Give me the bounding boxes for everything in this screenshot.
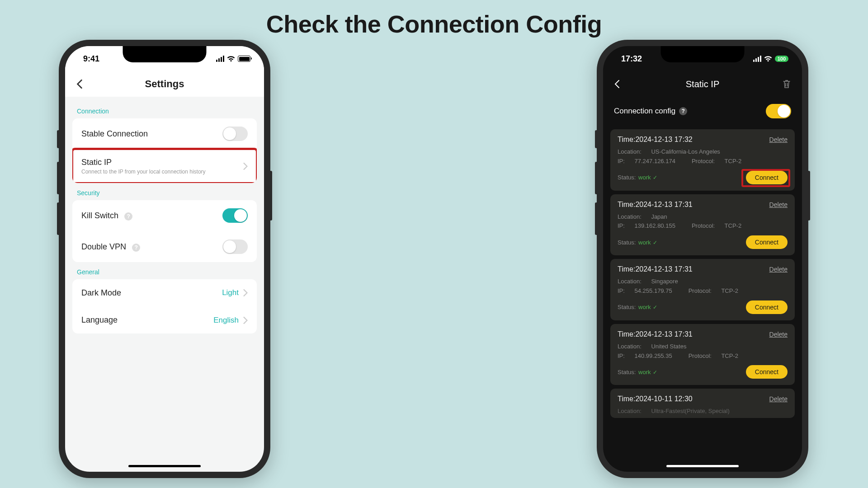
delete-button[interactable]: Delete	[769, 266, 788, 273]
chevron-left-icon	[614, 80, 620, 89]
entry-meta: Location: Ultra-Fastest(Private, Special…	[618, 407, 788, 416]
chevron-right-icon	[243, 163, 248, 170]
chevron-right-icon	[243, 317, 248, 324]
signal-icon	[753, 56, 761, 62]
entry-time: Time:2024-12-13 17:31	[618, 330, 693, 338]
dark-mode-row[interactable]: Dark Mode Light	[72, 279, 257, 306]
phone-left: 9:41 Settings Connection Stable Connecti…	[59, 40, 270, 478]
help-icon[interactable]: ?	[124, 212, 132, 221]
entries-list: Time:2024-12-13 17:32 Delete Location: U…	[603, 126, 802, 464]
chevron-right-icon	[243, 289, 248, 296]
entry-card: Time:2024-12-13 17:32 Delete Location: U…	[610, 129, 795, 191]
side-button	[595, 202, 598, 235]
entry-card: Time:2024-12-13 17:31 Delete Location: J…	[610, 194, 795, 256]
connect-button[interactable]: Connect	[746, 235, 788, 249]
check-icon: ✓	[653, 239, 657, 246]
connection-card: Stable Connection Static IP Connect to t…	[72, 118, 257, 183]
home-indicator	[128, 465, 201, 467]
entry-time: Time:2024-10-11 12:30	[618, 395, 693, 403]
check-icon: ✓	[653, 174, 657, 181]
entry-card: Time:2024-12-13 17:31 Delete Location: S…	[610, 259, 795, 320]
chevron-left-icon	[76, 79, 83, 89]
delete-button[interactable]: Delete	[769, 136, 788, 143]
status-time: 17:32	[621, 54, 642, 64]
kill-switch-toggle[interactable]	[222, 208, 248, 223]
side-button	[595, 162, 598, 194]
delete-button[interactable]: Delete	[769, 395, 788, 403]
signal-icon	[216, 56, 224, 62]
battery-icon	[238, 56, 250, 62]
delete-button[interactable]: Delete	[769, 201, 788, 208]
row-label: Double VPN ?	[81, 242, 140, 252]
side-button	[807, 171, 810, 221]
status-label: Status: work✓	[618, 369, 657, 375]
entry-card: Time:2024-10-11 12:30 Delete Location: U…	[610, 389, 795, 418]
config-header: Connection config ?	[603, 97, 802, 126]
config-toggle[interactable]	[766, 104, 791, 118]
trash-button[interactable]	[782, 79, 791, 89]
config-label: Connection config	[614, 107, 675, 116]
help-icon[interactable]: ?	[132, 244, 140, 252]
side-button	[57, 202, 60, 235]
section-label-security: Security	[72, 183, 257, 200]
check-icon: ✓	[653, 369, 657, 375]
row-value: English	[213, 316, 239, 325]
trash-icon	[782, 79, 791, 89]
phone-right: 17:32 100 Static IP Connection config ?	[597, 40, 808, 478]
entry-time: Time:2024-12-13 17:31	[618, 201, 693, 209]
row-label: Language	[81, 315, 118, 325]
wifi-icon	[764, 56, 772, 62]
side-button	[595, 130, 598, 148]
section-label-general: General	[72, 262, 257, 279]
back-button[interactable]	[614, 80, 620, 89]
stable-toggle[interactable]	[222, 127, 248, 141]
home-indicator	[666, 465, 739, 467]
status-label: Status: work✓	[618, 174, 657, 181]
status-label: Status: work✓	[618, 304, 657, 310]
double-vpn-row[interactable]: Double VPN ?	[72, 231, 257, 262]
kill-switch-row[interactable]: Kill Switch ?	[72, 200, 257, 231]
wifi-icon	[227, 56, 235, 62]
row-label: Static IP	[81, 158, 206, 167]
check-icon: ✓	[653, 304, 657, 310]
navbar: Static IP	[603, 71, 802, 97]
notch	[661, 46, 745, 62]
side-button	[57, 162, 60, 194]
row-label: Dark Mode	[81, 288, 121, 298]
security-card: Kill Switch ? Double VPN ?	[72, 200, 257, 262]
entry-meta: Location: Singapore IP: 54.255.179.75Pro…	[618, 277, 788, 296]
stable-connection-row[interactable]: Stable Connection	[72, 118, 257, 149]
nav-title: Static IP	[686, 79, 719, 89]
section-label-connection: Connection	[72, 101, 257, 118]
row-label: Kill Switch ?	[81, 211, 132, 221]
entry-time: Time:2024-12-13 17:31	[618, 265, 693, 273]
battery-pill: 100	[775, 56, 788, 62]
connect-button[interactable]: Connect	[746, 171, 788, 184]
static-ip-row[interactable]: Static IP Connect to the IP from your lo…	[72, 149, 257, 183]
entry-time: Time:2024-12-13 17:32	[618, 136, 693, 144]
double-vpn-toggle[interactable]	[222, 239, 248, 254]
side-button	[57, 130, 60, 148]
row-value: Light	[222, 288, 239, 297]
language-row[interactable]: Language English	[72, 306, 257, 333]
page-title: Check the Connection Config	[0, 0, 868, 38]
notch	[123, 46, 207, 62]
row-label: Stable Connection	[81, 129, 148, 139]
entry-meta: Location: Japan IP: 139.162.80.155Protoc…	[618, 212, 788, 231]
nav-title: Settings	[145, 78, 184, 90]
general-card: Dark Mode Light Language English	[72, 279, 257, 333]
navbar: Settings	[65, 71, 264, 97]
entry-card: Time:2024-12-13 17:31 Delete Location: U…	[610, 324, 795, 385]
entry-meta: Location: US-California-Los Angeles IP: …	[618, 147, 788, 166]
connect-button[interactable]: Connect	[746, 300, 788, 314]
entry-meta: Location: United States IP: 140.99.255.3…	[618, 342, 788, 361]
connect-button[interactable]: Connect	[746, 365, 788, 379]
status-label: Status: work✓	[618, 239, 657, 246]
status-time: 9:41	[83, 54, 99, 64]
side-button	[269, 171, 272, 221]
row-subtitle: Connect to the IP from your local connec…	[81, 169, 206, 175]
delete-button[interactable]: Delete	[769, 331, 788, 338]
back-button[interactable]	[76, 79, 83, 89]
help-icon[interactable]: ?	[679, 107, 687, 115]
